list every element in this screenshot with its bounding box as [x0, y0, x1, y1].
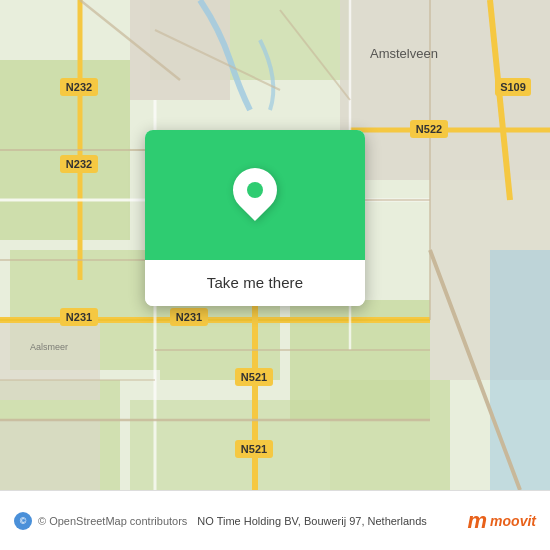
attribution-text: © OpenStreetMap contributors	[38, 515, 187, 527]
popup-button-area: Take me there	[145, 260, 365, 306]
svg-rect-12	[0, 320, 100, 400]
take-me-there-button[interactable]: Take me there	[207, 274, 303, 291]
map-pin	[233, 168, 277, 222]
svg-text:N521: N521	[241, 443, 267, 455]
moovit-m-letter: m	[468, 508, 487, 534]
moovit-brand-text: moovit	[490, 513, 536, 529]
osm-logo-icon: ©	[14, 512, 32, 530]
svg-text:N521: N521	[241, 371, 267, 383]
svg-text:Aalsmeer: Aalsmeer	[30, 342, 68, 352]
attribution-area: © © OpenStreetMap contributors	[14, 512, 187, 530]
svg-text:N232: N232	[66, 81, 92, 93]
popup-map-preview	[145, 130, 365, 260]
svg-text:N231: N231	[66, 311, 92, 323]
svg-text:N231: N231	[176, 311, 202, 323]
svg-rect-9	[130, 0, 230, 100]
svg-rect-13	[0, 420, 100, 490]
svg-rect-6	[130, 400, 330, 490]
map-container: N232 N232 N231 N231 N521 N521 N522 S109 …	[0, 0, 550, 490]
svg-rect-7	[330, 380, 450, 490]
popup-card: Take me there	[145, 130, 365, 306]
svg-text:Amstelveen: Amstelveen	[370, 46, 438, 61]
bottom-bar: © © OpenStreetMap contributors NO Time H…	[0, 490, 550, 550]
svg-text:N522: N522	[416, 123, 442, 135]
svg-rect-14	[490, 250, 550, 490]
svg-text:S109: S109	[500, 81, 526, 93]
location-info: NO Time Holding BV, Bouwerij 97, Netherl…	[187, 515, 467, 527]
moovit-logo: m moovit	[468, 508, 536, 534]
svg-text:N232: N232	[66, 158, 92, 170]
